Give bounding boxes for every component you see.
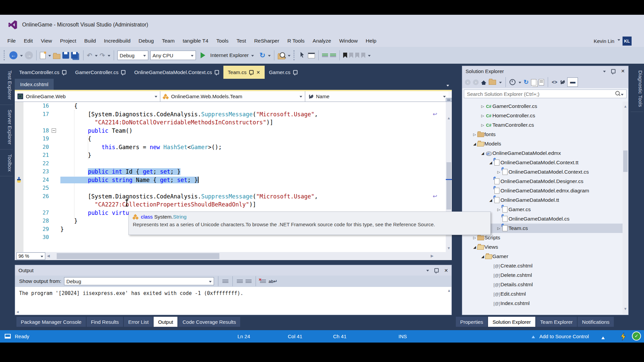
collapse-all-icon[interactable] <box>489 80 496 85</box>
panel-tab-output[interactable]: Output <box>154 317 177 327</box>
refresh-button[interactable]: ↻ <box>259 51 265 59</box>
clear-bookmarks-icon[interactable] <box>361 53 365 58</box>
code-line-23[interactable]: 23 public int Id { get; set; } <box>15 168 446 176</box>
home-icon[interactable] <box>481 80 486 85</box>
vertical-scroll-thumb[interactable] <box>446 162 451 209</box>
tool-tab-diagnostic-tools[interactable]: Diagnostic Tools <box>631 66 643 112</box>
editor-tab-teamcontroller-cs[interactable]: TeamController.cs <box>15 66 71 79</box>
tool-tab-test-explorer[interactable]: Test Explorer <box>0 66 13 105</box>
new-file-chevron-icon[interactable] <box>48 55 51 58</box>
se-window-menu-chevron-icon[interactable] <box>603 71 606 74</box>
se-search-input[interactable]: Search Solution Explorer (Ctrl+;) <box>464 89 627 98</box>
se-forward-button[interactable]: › <box>473 79 479 85</box>
se-properties-wrench-icon[interactable] <box>559 79 565 85</box>
code-line-25[interactable]: 25 <box>15 184 446 192</box>
redo-chevron-icon[interactable] <box>108 55 110 58</box>
start-debugging-button[interactable]: Internet Explorer <box>210 52 249 58</box>
start-debugging-play-icon[interactable] <box>201 52 208 58</box>
redo-button[interactable]: ↷ <box>100 52 105 59</box>
editor-tab-gamercontroller-cs[interactable]: GamerController.cs <box>71 66 130 79</box>
layout-icon[interactable] <box>5 334 11 340</box>
tree-item-onlinegamedatamodel-designer-cs[interactable]: OnlineGameDataModel.Designer.cs <box>462 177 623 186</box>
menu-tangible-t4[interactable]: tangible T4 <box>179 35 212 47</box>
collapsed-arrow-icon[interactable]: ▷ <box>480 123 485 127</box>
se-close-icon[interactable]: ✕ <box>621 68 625 74</box>
se-back-button[interactable]: ‹ <box>465 79 471 85</box>
output-window-menu-chevron-icon[interactable] <box>426 270 429 273</box>
se-search-chevron-icon[interactable] <box>621 94 624 97</box>
toolbar-overflow-chevron-icon-2[interactable] <box>368 55 371 58</box>
scroll-up-icon[interactable]: ▲ <box>446 116 452 120</box>
pin-icon[interactable] <box>62 70 66 74</box>
menu-project[interactable]: Project <box>56 35 80 47</box>
undo-button[interactable]: ↶ <box>87 52 92 59</box>
expanded-arrow-icon[interactable]: ◢ <box>472 142 477 146</box>
tree-item-models[interactable]: ◢Models <box>462 139 623 148</box>
pin-icon[interactable] <box>249 70 254 74</box>
code-line-22[interactable]: 22 <box>15 160 446 168</box>
solution-configurations-dropdown[interactable]: Debug <box>117 51 148 60</box>
toggle-bookmark-icon[interactable] <box>343 53 347 58</box>
source-control-chevron-up-icon[interactable] <box>601 335 605 340</box>
panel-tab-code-coverage-results[interactable]: Code Coverage Results <box>178 317 240 327</box>
tool-tab-server-explorer[interactable]: Server Explorer <box>0 105 13 149</box>
menu-file[interactable]: File <box>3 35 20 47</box>
panel-tab-solution-explorer[interactable]: Solution Explorer <box>488 317 535 327</box>
clear-all-icon[interactable] <box>260 279 266 284</box>
menu-incredibuild[interactable]: Incredibuild <box>100 35 135 47</box>
toolbar-drag-handle[interactable] <box>4 50 6 60</box>
code-line-21[interactable]: 21 } <box>15 151 446 160</box>
code-line-17[interactable]: 17 [System.Diagnostics.CodeAnalysis.Supp… <box>15 110 446 119</box>
pin-icon[interactable] <box>215 70 219 74</box>
expanded-arrow-icon[interactable]: ◢ <box>472 245 477 249</box>
menu-view[interactable]: View <box>37 35 56 47</box>
member-dropdown[interactable]: Name <box>305 91 448 102</box>
menu-analyze[interactable]: Analyze <box>309 35 335 47</box>
collapsed-arrow-icon[interactable]: ▷ <box>480 104 485 109</box>
menu-debug[interactable]: Debug <box>135 35 158 47</box>
se-scroll-down-icon[interactable]: ▼ <box>623 307 628 311</box>
type-dropdown[interactable]: OnlineGame.Web.Models.Team <box>160 91 305 102</box>
undo-chevron-icon[interactable] <box>95 55 98 58</box>
navigate-forward-button[interactable]: → <box>25 51 33 59</box>
code-line-wrap[interactable]: "CA2227:CollectionPropertiesShouldBeRead… <box>15 200 446 209</box>
tree-item-details-cshtml[interactable]: Details.cshtml <box>462 280 623 289</box>
scroll-right-icon[interactable]: ▶ <box>431 254 433 258</box>
menu-resharper[interactable]: ReSharper <box>250 35 283 47</box>
next-message-icon[interactable] <box>246 279 252 284</box>
navigate-back-button[interactable]: ← <box>9 51 17 59</box>
expanded-arrow-icon[interactable]: ◢ <box>480 254 485 259</box>
refresh-chevron-icon[interactable] <box>268 55 271 58</box>
filter-chevron-icon[interactable] <box>519 82 521 85</box>
next-bookmark-icon[interactable] <box>355 53 359 58</box>
code-line-18[interactable]: 18 public Team() <box>15 127 446 135</box>
menu-team[interactable]: Team <box>158 35 179 47</box>
collapsed-arrow-icon[interactable]: ▷ <box>472 132 477 137</box>
open-file-button[interactable] <box>53 54 60 59</box>
zoom-dropdown[interactable]: 96 % <box>16 252 45 260</box>
navigate-back-chevron-icon[interactable] <box>20 55 23 58</box>
panel-tab-notifications[interactable]: Notifications <box>578 317 614 327</box>
code-line-16[interactable]: 16 { <box>15 102 446 110</box>
se-scroll-up-icon[interactable]: ▲ <box>623 104 628 108</box>
previous-bookmark-icon[interactable] <box>349 53 353 58</box>
menu-help[interactable]: Help <box>362 35 380 47</box>
editor-tab-onlinegamedatamodel-context-cs[interactable]: OnlineGameDataModel.Context.cs <box>130 66 223 79</box>
menu-r-tools[interactable]: R Tools <box>283 35 309 47</box>
select-pointer-icon[interactable] <box>299 51 306 59</box>
output-pin-icon[interactable] <box>434 268 439 273</box>
tree-item-create-cshtml[interactable]: Create.cshtml <box>462 261 623 270</box>
se-pin-icon[interactable] <box>611 69 615 73</box>
menu-window[interactable]: Window <box>335 35 362 47</box>
processes-icon[interactable] <box>308 53 315 58</box>
close-icon[interactable]: ✕ <box>256 70 260 75</box>
panel-tab-team-explorer[interactable]: Team Explorer <box>536 317 577 327</box>
editor-tab-index-cshtml[interactable]: Index.cshtml <box>15 79 54 90</box>
save-button[interactable] <box>62 52 69 59</box>
tree-item-onlinegamedatamodel-context-tt[interactable]: ◢OnlineGameDataModel.Context.tt <box>462 158 623 167</box>
output-scroll-left-icon[interactable]: ◀ <box>16 310 19 314</box>
preview-selected-items-toggle[interactable]: ▬ <box>567 77 578 87</box>
tree-item-fonts[interactable]: ▷fonts <box>462 130 623 139</box>
collapsed-arrow-icon[interactable]: ▷ <box>472 236 477 240</box>
avatar[interactable]: KL <box>623 37 632 46</box>
